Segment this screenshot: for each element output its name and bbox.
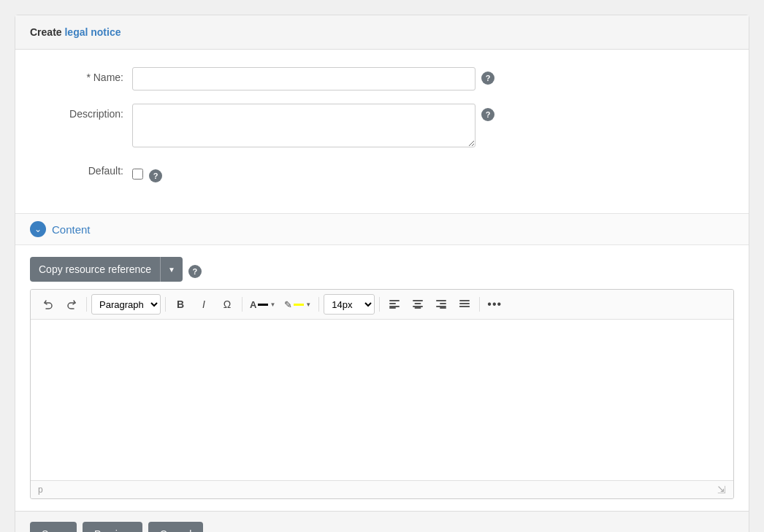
content-area: Copy resource reference ▼ ? [15, 245, 749, 511]
name-help-icon[interactable]: ? [481, 72, 494, 85]
align-center-button[interactable] [408, 294, 428, 315]
name-row: * Name: ? [37, 67, 727, 90]
copy-resource-button[interactable]: Copy resource reference ▼ [30, 257, 183, 282]
undo-button[interactable] [38, 294, 58, 315]
name-input[interactable] [132, 67, 475, 90]
description-input-wrap: ? [132, 104, 494, 147]
svg-rect-4 [413, 300, 423, 301]
highlight-caret: ▼ [305, 301, 311, 308]
page-title-link[interactable]: legal notice [64, 26, 121, 38]
description-row: Description: ? [37, 104, 727, 147]
content-toggle-icon[interactable]: ⌄ [30, 221, 46, 237]
toolbar-divider-6 [479, 297, 480, 312]
font-size-select[interactable]: 14px [324, 294, 375, 315]
page-container: Create legal notice * Name: ? Descriptio… [15, 15, 749, 532]
bold-button[interactable]: B [170, 294, 191, 315]
paragraph-select[interactable]: Paragraph [91, 294, 161, 315]
svg-rect-1 [389, 303, 396, 304]
svg-rect-7 [415, 307, 421, 309]
svg-rect-3 [389, 307, 396, 309]
editor-toolbar: Paragraph B I Ω A ▼ ✎ [31, 290, 733, 320]
content-section-title: Content [52, 223, 91, 236]
editor-paragraph-indicator: p [38, 485, 43, 495]
editor-footer: p ⇲ [31, 480, 733, 498]
toolbar-divider-5 [379, 297, 380, 312]
svg-rect-9 [440, 303, 446, 304]
action-bar: Save Preview Cancel [15, 511, 749, 532]
svg-rect-13 [459, 303, 470, 304]
svg-rect-11 [440, 307, 446, 309]
svg-rect-0 [389, 300, 400, 301]
align-left-button[interactable] [384, 294, 405, 315]
default-checkbox[interactable] [132, 169, 143, 180]
copy-resource-label: Copy resource reference [30, 263, 160, 275]
default-checkbox-wrap: ? [132, 161, 162, 182]
svg-rect-10 [436, 306, 446, 307]
italic-button[interactable]: I [194, 294, 214, 315]
description-input[interactable] [132, 104, 475, 147]
page-header: Create legal notice [15, 15, 749, 50]
copy-resource-help-icon[interactable]: ? [188, 265, 202, 278]
font-color-caret: ▼ [270, 301, 275, 308]
svg-rect-2 [389, 306, 400, 307]
preview-button[interactable]: Preview [83, 522, 142, 532]
resize-handle: ⇲ [717, 484, 726, 496]
cancel-button[interactable]: Cancel [148, 522, 204, 532]
description-help-icon[interactable]: ? [481, 108, 494, 121]
svg-rect-12 [459, 300, 470, 301]
justify-button[interactable] [454, 294, 475, 315]
toolbar-row: Copy resource reference ▼ ? [30, 257, 734, 282]
toolbar-divider-3 [242, 297, 242, 312]
svg-rect-5 [415, 303, 421, 304]
default-label: Default: [37, 161, 132, 177]
name-label: * Name: [37, 67, 132, 83]
font-color-button[interactable]: A ▼ [247, 294, 278, 315]
description-label: Description: [37, 104, 132, 120]
name-input-wrap: ? [132, 67, 494, 90]
svg-rect-6 [413, 306, 423, 307]
align-right-button[interactable] [431, 294, 451, 315]
highlight-icon: ✎ [284, 299, 292, 310]
page-title: Create legal notice [30, 26, 734, 39]
copy-resource-caret: ▼ [160, 257, 183, 282]
font-color-indicator [258, 304, 268, 306]
highlight-color-indicator [294, 304, 304, 306]
content-section-header: ⌄ Content [15, 213, 749, 245]
toolbar-divider-4 [318, 297, 319, 312]
form-area: * Name: ? Description: ? Default: ? [15, 50, 749, 213]
editor-body[interactable] [31, 320, 733, 480]
highlight-color-button[interactable]: ✎ ▼ [281, 294, 314, 315]
editor-container: Paragraph B I Ω A ▼ ✎ [30, 289, 734, 499]
omega-button[interactable]: Ω [217, 294, 237, 315]
redo-button[interactable] [61, 294, 82, 315]
toolbar-divider-1 [86, 297, 87, 312]
svg-rect-8 [436, 300, 446, 301]
font-color-icon: A [250, 299, 256, 310]
more-button[interactable]: ••• [484, 294, 505, 315]
toolbar-divider-2 [165, 297, 166, 312]
default-help-icon[interactable]: ? [149, 169, 162, 182]
default-row: Default: ? [37, 161, 727, 182]
svg-rect-15 [459, 306, 470, 307]
save-button[interactable]: Save [30, 522, 77, 532]
